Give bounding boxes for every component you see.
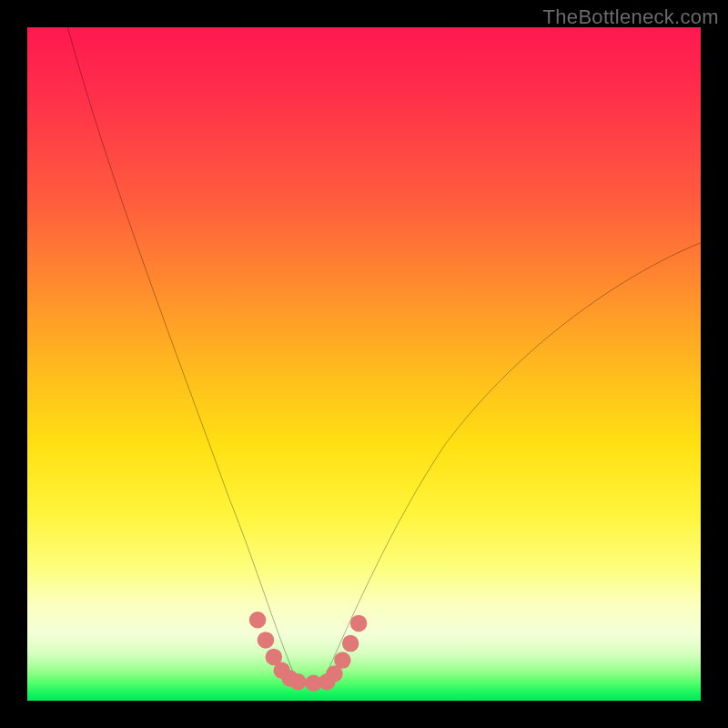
marker-dot bbox=[289, 673, 307, 691]
plot-area bbox=[27, 27, 701, 701]
right-branch-curve bbox=[324, 243, 701, 681]
valley-marker-group bbox=[249, 612, 368, 692]
marker-dot bbox=[258, 632, 275, 649]
watermark-text: TheBottleneck.com bbox=[543, 5, 719, 29]
chart-container: TheBottleneck.com bbox=[0, 0, 728, 728]
left-branch-curve bbox=[67, 27, 297, 681]
marker-dot bbox=[350, 615, 368, 632]
marker-dot bbox=[249, 612, 267, 629]
curve-overlay bbox=[27, 27, 701, 701]
marker-dot bbox=[334, 652, 351, 669]
marker-dot bbox=[342, 635, 359, 652]
